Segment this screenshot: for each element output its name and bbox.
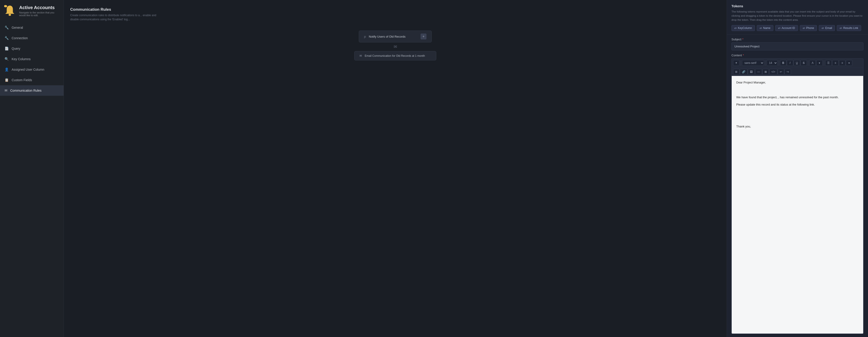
rule-container: 𝕡 Notify Users of Old Records + ✉ ✉ Emai… [70,31,720,60]
sidebar-item-query-label: Query [11,47,20,51]
table-icon: 📋 [5,78,9,82]
sidebar-item-general-label: General [11,26,23,29]
bell-icon [4,5,16,17]
tokens-title: Tokens [732,4,863,8]
wrench-icon: 🔧 [5,26,9,30]
sidebar-item-connection[interactable]: 🔧 Connection [0,33,64,43]
editor-content-area[interactable]: Dear Project Manager, We have found that… [732,76,863,334]
italic-button[interactable]: I [787,60,793,66]
content-row: Communication Rules Create communication… [64,0,868,337]
token-name[interactable]: Name [757,25,773,31]
editor-section: Subject * Content * ✦ sans-serif serif m… [727,34,868,337]
center-panel: Communication Rules Create communication… [64,0,727,337]
editor-line-2 [736,88,859,93]
link-button[interactable]: 🔗 [740,69,747,75]
content-required-star: * [743,54,744,57]
subject-label: Subject * [732,38,863,41]
editor-toolbar-row1: ✦ sans-serif serif monospace 14 12 16 18 [732,58,863,68]
tokens-row: KeyColumn Name Account ID Phone Email Re… [732,25,863,31]
tokens-section: Tokens The following tokens represent av… [727,0,868,34]
envelope-icon: ✉ [5,89,7,93]
token-account-id[interactable]: Account ID [775,25,798,31]
image-button[interactable]: 🖼 [748,69,755,75]
sidebar: Active Accounts Navigate to the section … [0,0,64,337]
sidebar-item-query[interactable]: 📄 Query [0,43,64,54]
editor-line-6 [736,117,859,122]
sidebar-item-communication-rules[interactable]: ✉ Communication Rules [0,85,64,96]
sidebar-header: Active Accounts Navigate to the section … [0,0,64,22]
editor-line-3: We have found that the project, , has re… [736,95,859,100]
toolbar-magic-btn[interactable]: ✦ [733,60,739,66]
rule-connector: ✉ [394,44,397,49]
add-rule-button[interactable]: + [421,33,427,39]
editor-line-1: Dear Project Manager, [736,80,859,85]
person-icon: 👤 [5,67,9,71]
list-unordered-button[interactable]: ☰ [825,60,832,66]
toolbar-sep1 [741,60,741,66]
editor-line-7: Thank you, [736,124,859,129]
svg-point-0 [9,14,11,16]
sidebar-title-block: Active Accounts Navigate to the section … [19,5,60,17]
section-desc: Create communication rules to distribute… [70,13,157,22]
rule-node-icon: 𝕡 [364,35,366,38]
sidebar-item-key-columns[interactable]: 🔍 Key Columns [0,54,64,64]
email-icon: ✉ [360,54,362,58]
email-rule-node[interactable]: ✉ Email Communication for Old Records at… [354,51,436,60]
notification-dot [4,5,6,7]
font-size-select[interactable]: 14 12 16 18 [767,60,777,66]
app-subtitle: Navigate to the section that you would l… [19,11,60,17]
sidebar-item-assigned-user-label: Assigned User Column [11,68,44,71]
sidebar-nav: 🔧 General 🔧 Connection 📄 Query 🔍 Key Col… [0,22,64,96]
editor-toolbar-row2: ⊞ 🔗 🖼 — ⊠ </> ↩ ↪ [732,68,863,76]
token-results-link[interactable]: Results Link [837,25,861,31]
token-email[interactable]: Email [819,25,835,31]
undo-button[interactable]: ↩ [778,69,784,75]
app-title: Active Accounts [19,5,60,10]
underline-button[interactable]: U [794,60,800,66]
editor-line-5 [736,110,859,115]
toolbar-sep3 [779,60,779,66]
content-label: Content * [732,54,863,57]
font-family-select[interactable]: sans-serif serif monospace [742,60,764,66]
font-color-chevron[interactable]: ▼ [816,60,823,66]
toolbar-sep4 [808,60,808,66]
token-phone[interactable]: Phone [800,25,817,31]
editor-line-4: Please update this record and its status… [736,102,859,107]
rule-node-label: Notify Users of Old Records [369,35,418,38]
right-panel: Tokens The following tokens represent av… [727,0,868,337]
wrench-icon-2: 🔧 [5,36,9,40]
font-color-button[interactable]: A [809,60,816,66]
code-button[interactable]: </> [769,69,777,75]
connector-icon: ✉ [394,44,397,49]
sidebar-item-key-columns-label: Key Columns [11,57,31,61]
sidebar-item-custom-fields[interactable]: 📋 Custom Fields [0,75,64,85]
token-keycolumn[interactable]: KeyColumn [732,25,755,31]
hr-button[interactable]: — [755,69,762,75]
subject-required-star: * [742,38,743,41]
main-area: Communication Rules Create communication… [64,0,868,337]
expand-button[interactable]: ⊠ [763,69,769,75]
list-ordered-button[interactable]: ≡ [832,60,839,66]
sidebar-item-general[interactable]: 🔧 General [0,22,64,33]
email-rule-label: Email Communication for Old Records at 1… [365,54,431,58]
align-chevron[interactable]: ▼ [846,60,852,66]
doc-icon: 📄 [5,47,9,51]
section-header: Communication Rules Create communication… [70,7,720,22]
table-button[interactable]: ⊞ [733,69,739,75]
bold-button[interactable]: B [780,60,786,66]
sidebar-item-assigned-user[interactable]: 👤 Assigned User Column [0,64,64,75]
redo-button[interactable]: ↪ [784,69,791,75]
sidebar-item-communication-rules-label: Communication Rules [10,89,41,92]
align-button[interactable]: ≡ [839,60,845,66]
sidebar-item-custom-fields-label: Custom Fields [11,78,32,82]
toolbar-sep2 [765,60,766,66]
tokens-description: The following tokens represent available… [732,10,863,22]
search-icon: 🔍 [5,57,9,61]
subject-input[interactable] [732,42,863,51]
notify-users-rule-node[interactable]: 𝕡 Notify Users of Old Records + [359,31,432,42]
strikethrough-button[interactable]: S [801,60,807,66]
section-title: Communication Rules [70,7,720,12]
sidebar-item-connection-label: Connection [11,36,28,40]
